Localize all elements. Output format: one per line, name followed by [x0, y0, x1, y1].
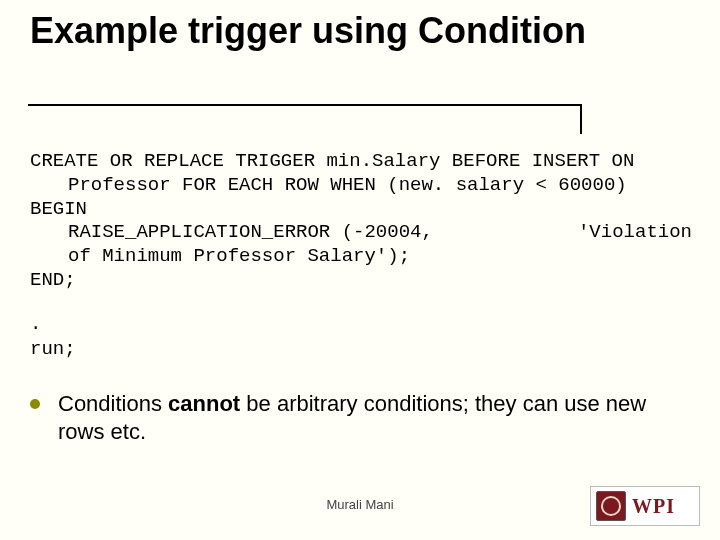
title-underline-tick — [580, 104, 582, 134]
slide: Example trigger using Condition CREATE O… — [0, 0, 720, 540]
run-block: . run; — [30, 312, 76, 361]
code-line-4b: 'Violation — [578, 221, 692, 245]
code-line-3: BEGIN — [30, 198, 87, 220]
wpi-logo-text: WPI — [632, 495, 675, 518]
code-block: CREATE OR REPLACE TRIGGER min.Salary BEF… — [30, 150, 690, 293]
title-underline — [28, 104, 580, 106]
bullet-item: Conditions cannot be arbitrary condition… — [30, 390, 690, 445]
slide-title: Example trigger using Condition — [30, 10, 670, 51]
code-line-1: CREATE OR REPLACE TRIGGER min.Salary BEF… — [30, 150, 634, 172]
code-line-4a: RAISE_APPLICATION_ERROR (-20004, — [68, 221, 433, 245]
bullet-text: Conditions cannot be arbitrary condition… — [58, 390, 690, 445]
wpi-seal-icon — [596, 491, 626, 521]
run-cmd: run; — [30, 338, 76, 360]
bullet-icon — [30, 399, 40, 409]
code-line-5: of Minimum Professor Salary'); — [30, 245, 690, 269]
run-dot: . — [30, 313, 41, 335]
bullet-bold: cannot — [168, 391, 240, 416]
code-line-6: END; — [30, 269, 76, 291]
bullet-pre: Conditions — [58, 391, 168, 416]
code-line-2: Professor FOR EACH ROW WHEN (new. salary… — [30, 174, 690, 198]
wpi-logo: WPI — [590, 486, 700, 526]
